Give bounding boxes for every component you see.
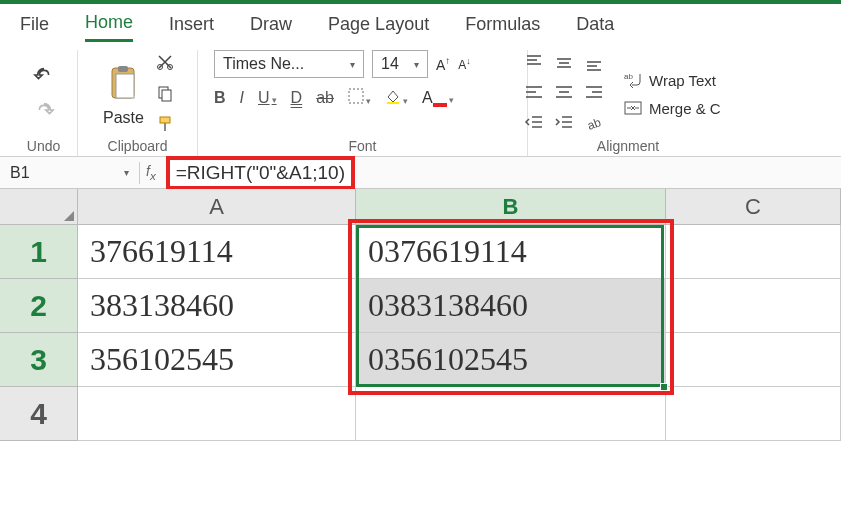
- svg-rect-6: [162, 90, 171, 101]
- tab-file[interactable]: File: [20, 14, 49, 41]
- svg-rect-9: [349, 89, 363, 103]
- align-middle-icon[interactable]: [553, 52, 577, 76]
- tab-page-layout[interactable]: Page Layout: [328, 14, 429, 41]
- svg-rect-10: [387, 102, 399, 104]
- tab-draw[interactable]: Draw: [250, 14, 292, 41]
- align-right-icon[interactable]: [583, 82, 607, 106]
- copy-icon[interactable]: [156, 84, 174, 105]
- align-center-icon[interactable]: [553, 82, 577, 106]
- cell-a3[interactable]: 356102545: [78, 333, 356, 387]
- bold-button[interactable]: B: [214, 89, 226, 107]
- cell-b1[interactable]: 0376619114: [356, 225, 666, 279]
- formula-bar: B1 ▾ fx =RIGHT("0"&A1;10): [0, 157, 841, 189]
- format-painter-icon[interactable]: [156, 115, 174, 136]
- wrap-text-button[interactable]: ab Wrap Text: [623, 70, 733, 90]
- cut-icon[interactable]: [156, 53, 174, 74]
- ribbon-tabs: File Home Insert Draw Page Layout Formul…: [0, 4, 841, 42]
- ribbon-body: Undo Paste: [0, 42, 841, 157]
- name-box[interactable]: B1 ▾: [0, 162, 140, 184]
- row-header-1[interactable]: 1: [0, 225, 78, 279]
- strike-button[interactable]: ab: [316, 89, 334, 107]
- name-box-value: B1: [10, 164, 30, 182]
- cell-c4[interactable]: [666, 387, 841, 441]
- row-header-2[interactable]: 2: [0, 279, 78, 333]
- paste-icon[interactable]: [102, 62, 146, 109]
- fx-icon[interactable]: fx: [146, 163, 156, 182]
- align-top-icon[interactable]: [523, 52, 547, 76]
- alignment-label: Alignment: [597, 138, 659, 156]
- wrap-text-label: Wrap Text: [649, 72, 716, 89]
- increase-font-icon[interactable]: A↑: [436, 55, 450, 73]
- svg-text:ab: ab: [624, 72, 633, 81]
- underline-button[interactable]: U▾: [258, 89, 277, 107]
- orientation-icon[interactable]: ab: [583, 112, 607, 136]
- svg-text:ab: ab: [585, 115, 603, 133]
- formula-value: =RIGHT("0"&A1;10): [176, 162, 345, 183]
- row-header-4[interactable]: 4: [0, 387, 78, 441]
- font-label: Font: [348, 138, 376, 156]
- cell-a2[interactable]: 383138460: [78, 279, 356, 333]
- tab-data[interactable]: Data: [576, 14, 620, 41]
- col-header-a[interactable]: A: [78, 189, 356, 225]
- fill-color-button[interactable]: ▾: [385, 88, 408, 108]
- border-button[interactable]: ▾: [348, 88, 371, 108]
- align-left-icon[interactable]: [523, 82, 547, 106]
- double-underline-button[interactable]: D: [291, 89, 303, 107]
- col-header-c[interactable]: C: [666, 189, 841, 225]
- undo-group-label: Undo: [27, 138, 60, 156]
- cell-b2[interactable]: 0383138460: [356, 279, 666, 333]
- italic-button[interactable]: I: [240, 89, 244, 107]
- align-bottom-icon[interactable]: [583, 52, 607, 76]
- formula-input[interactable]: =RIGHT("0"&A1;10): [166, 156, 355, 190]
- merge-center-button[interactable]: Merge & C: [623, 98, 733, 118]
- decrease-indent-icon[interactable]: [523, 112, 547, 136]
- cell-a4[interactable]: [78, 387, 356, 441]
- svg-rect-11: [433, 103, 447, 107]
- svg-rect-1: [116, 74, 134, 98]
- cell-c1[interactable]: [666, 225, 841, 279]
- redo-icon[interactable]: [33, 99, 55, 124]
- cell-c2[interactable]: [666, 279, 841, 333]
- font-name-select[interactable]: Times Ne... ▾: [214, 50, 364, 78]
- merge-center-label: Merge & C: [649, 100, 721, 117]
- decrease-font-icon[interactable]: A↓: [458, 56, 471, 72]
- undo-icon[interactable]: [33, 64, 55, 89]
- font-group: Times Ne... ▾ 14 ▾ A↑ A↓ B I U▾ D ab ▾ ▾…: [198, 50, 528, 156]
- svg-rect-2: [118, 66, 128, 72]
- font-name-value: Times Ne...: [223, 55, 304, 73]
- paste-label[interactable]: Paste: [103, 109, 144, 127]
- font-size-select[interactable]: 14 ▾: [372, 50, 428, 78]
- select-all-corner[interactable]: [0, 189, 78, 225]
- cell-a1[interactable]: 376619114: [78, 225, 356, 279]
- row-header-3[interactable]: 3: [0, 333, 78, 387]
- cell-c3[interactable]: [666, 333, 841, 387]
- spreadsheet-grid: A B C 1 376619114 0376619114 2 383138460…: [0, 189, 841, 441]
- fill-handle[interactable]: [660, 383, 668, 391]
- chevron-down-icon: ▾: [350, 59, 355, 70]
- col-header-b[interactable]: B: [356, 189, 666, 225]
- svg-rect-8: [164, 123, 166, 131]
- font-color-button[interactable]: A▾: [422, 89, 454, 107]
- cell-b3[interactable]: 0356102545: [356, 333, 666, 387]
- font-size-value: 14: [381, 55, 399, 73]
- tab-home[interactable]: Home: [85, 12, 133, 42]
- alignment-group: ab ab Wrap Text Merge & C Alignment: [528, 50, 718, 156]
- increase-indent-icon[interactable]: [553, 112, 577, 136]
- tab-formulas[interactable]: Formulas: [465, 14, 540, 41]
- cell-b4[interactable]: [356, 387, 666, 441]
- clipboard-group: Paste Clipboard: [78, 50, 198, 156]
- svg-rect-7: [160, 117, 170, 123]
- chevron-down-icon: ▾: [414, 59, 419, 70]
- tab-insert[interactable]: Insert: [169, 14, 214, 41]
- chevron-down-icon: ▾: [124, 167, 129, 178]
- clipboard-label: Clipboard: [108, 138, 168, 156]
- undo-group: Undo: [10, 50, 78, 156]
